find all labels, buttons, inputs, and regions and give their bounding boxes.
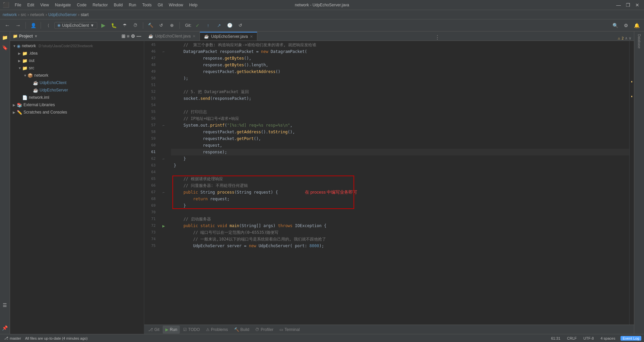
run-72-icon[interactable]: ▶ (162, 223, 165, 228)
tree-icon-network: ◉ (17, 44, 20, 49)
breadcrumb-network[interactable]: network (3, 12, 17, 17)
charset-btn[interactable]: UTF-8 (582, 336, 595, 340)
right-sidebar-icon-db[interactable]: Database (637, 33, 642, 50)
search-everywhere-button[interactable]: 🔍 (610, 21, 620, 30)
bottom-tab-build[interactable]: 🔨 Build (231, 326, 252, 334)
red-box-region: // 根据请求处理响应 // 问显服务器: 不用处理任何逻辑 public St… (171, 176, 629, 209)
git-check-button[interactable]: ✓ (193, 21, 202, 30)
maximize-button[interactable]: ❐ (624, 1, 632, 9)
run-configuration[interactable]: ◉ UdpEchoClient ▼ (54, 22, 97, 29)
tree-item-idea[interactable]: ▶ 📁 .idea (10, 50, 144, 57)
menu-navigate[interactable]: Navigate (52, 2, 73, 8)
panel-settings-button[interactable]: ⚙ (131, 33, 135, 39)
undo-button[interactable]: ⟨ (44, 21, 53, 30)
bottom-tab-todo[interactable]: ☑ TODO (180, 326, 202, 334)
ln-51: 51 (144, 82, 158, 88)
bottom-tab-git[interactable]: ⎇ Git (146, 326, 162, 334)
git-push-button[interactable]: ↗ (214, 21, 224, 30)
bottom-tab-profiler[interactable]: ⏱ Profiler (253, 326, 276, 334)
fold-46-icon[interactable]: ⌐ (163, 50, 165, 54)
tab-udp-client[interactable]: ☕ UdpEchoClient.java ✕ (144, 32, 200, 41)
tree-item-ext-libs[interactable]: ▶ 📚 External Libraries (10, 101, 144, 109)
coverage-button[interactable]: ☂ (120, 21, 129, 30)
minimize-button[interactable]: — (614, 1, 623, 9)
fold-57-icon[interactable]: ⌐ (163, 124, 165, 127)
debug-button[interactable]: 🐛 (109, 21, 119, 30)
indent-btn[interactable]: 4 spaces (599, 336, 616, 340)
menu-git[interactable]: Git (155, 2, 165, 8)
more-button[interactable]: ⊕ (167, 21, 177, 30)
bottom-tab-terminal[interactable]: ▭ Terminal (277, 326, 302, 334)
gutter-54 (161, 102, 166, 109)
tree-item-network-pkg[interactable]: ▼ 📦 network (10, 72, 144, 79)
line-ending-btn[interactable]: CRLF (566, 336, 578, 340)
menu-help[interactable]: Help (186, 2, 200, 8)
code-text-65: // 根据请求处理响应 (174, 176, 223, 182)
code-text-73: // 端口号可以在一定范围内(0~65535)随便写 (174, 229, 279, 236)
run-config-icon: ◉ (57, 23, 61, 27)
menu-run[interactable]: Run (126, 2, 139, 8)
sidebar-icon-bookmarks2[interactable]: 📌 (0, 323, 10, 333)
build-button[interactable]: 🔨 (146, 21, 155, 30)
sidebar-icon-bookmark[interactable]: 🔖 (0, 43, 10, 52)
forward-button[interactable]: → (13, 21, 23, 30)
tab-close-client[interactable]: ✕ (193, 34, 196, 39)
menu-window[interactable]: Window (166, 2, 186, 8)
menu-tools[interactable]: Tools (140, 2, 154, 8)
menu-build[interactable]: Build (111, 2, 125, 8)
back-button[interactable]: ← (3, 21, 12, 30)
tree-item-src[interactable]: ▼ 📁 src (10, 64, 144, 72)
menu-edit[interactable]: Edit (24, 2, 37, 8)
git-update-button[interactable]: ↑ (204, 21, 213, 30)
breadcrumb-src[interactable]: src (21, 12, 26, 17)
tree-item-udp-server[interactable]: ▶ ☕ UdpEchoServer (10, 86, 144, 94)
menu-file[interactable]: File (12, 2, 24, 8)
code-line-47: response.getBytes(), (171, 55, 629, 62)
menu-view[interactable]: View (38, 2, 52, 8)
code-text-63: } (174, 162, 176, 169)
git-status-btn[interactable]: ⎇ master (3, 336, 22, 340)
annotation-text: 在 process 中编写业务即可 (305, 189, 358, 196)
build-tab-label: Build (240, 327, 250, 332)
breadcrumb-package[interactable]: network (30, 12, 44, 17)
user-icon[interactable]: 👤 (29, 21, 38, 30)
collapse-all-button[interactable]: ≡ (127, 33, 129, 39)
sidebar-icon-structure[interactable]: ☰ (0, 300, 10, 310)
run-button[interactable]: ▶ (99, 21, 108, 30)
tree-item-out[interactable]: ▶ 📁 out (10, 57, 144, 64)
close-button[interactable]: ✕ (633, 1, 641, 9)
tree-item-scratches[interactable]: ▶ ✏️ Scratches and Consoles (10, 109, 144, 116)
notifications-button[interactable]: 🔔 (632, 21, 641, 30)
settings-button[interactable]: ⚙ (621, 21, 631, 30)
bottom-tab-run[interactable]: ▶ Run (163, 326, 180, 334)
sidebar-icon-project[interactable]: 📁 (0, 33, 10, 42)
fold-67-icon[interactable]: ⌐ (163, 191, 165, 194)
warning-up-button[interactable]: ∧ (625, 36, 628, 41)
tab-close-server[interactable]: ✕ (250, 35, 253, 39)
panel-minimize-button[interactable]: — (137, 33, 141, 39)
breadcrumb-class[interactable]: UdpEchoServer (48, 12, 77, 17)
breadcrumb-method[interactable]: start (81, 12, 89, 17)
tab-more-button[interactable]: ⋮ (432, 34, 443, 41)
gutter-74 (161, 236, 166, 243)
tab-udp-server[interactable]: ☕ UdpEchoServer.java ✕ (200, 32, 257, 41)
tree-icon-iml: 📄 (22, 95, 28, 100)
tree-item-udp-client[interactable]: ▶ ☕ UdpEchoClient (10, 79, 144, 86)
expand-all-button[interactable]: ⊞ (121, 33, 125, 39)
menu-code[interactable]: Code (74, 2, 89, 8)
position-btn[interactable]: 61:31 (550, 336, 562, 340)
tree-item-network-root[interactable]: ▼ ◉ network D:\study\JavaCode\2023\netwo… (10, 42, 144, 50)
git-history-button[interactable]: 🕐 (225, 21, 234, 30)
code-content[interactable]: // 第三个参数: 构造响应对象->谁给咱们发来的请求, 就把响应发给谁 Dat… (171, 41, 629, 325)
profile-button[interactable]: ⏱ (131, 21, 140, 30)
bottom-tab-problems[interactable]: ⚠ Problems (203, 326, 231, 334)
gutter-45 (161, 42, 166, 48)
event-log-button[interactable]: Event Log (621, 336, 641, 341)
tree-item-iml[interactable]: ▶ 📄 network.iml (10, 94, 144, 101)
fold-62-icon[interactable]: ⌐ (163, 157, 165, 161)
refresh-button[interactable]: ↺ (157, 21, 166, 30)
menu-refactor[interactable]: Refactor (90, 2, 110, 8)
git-revert-button[interactable]: ↺ (236, 21, 245, 30)
warning-down-button[interactable]: ∨ (629, 36, 631, 41)
code-line-72: public static void main(String[] args) t… (171, 222, 629, 229)
